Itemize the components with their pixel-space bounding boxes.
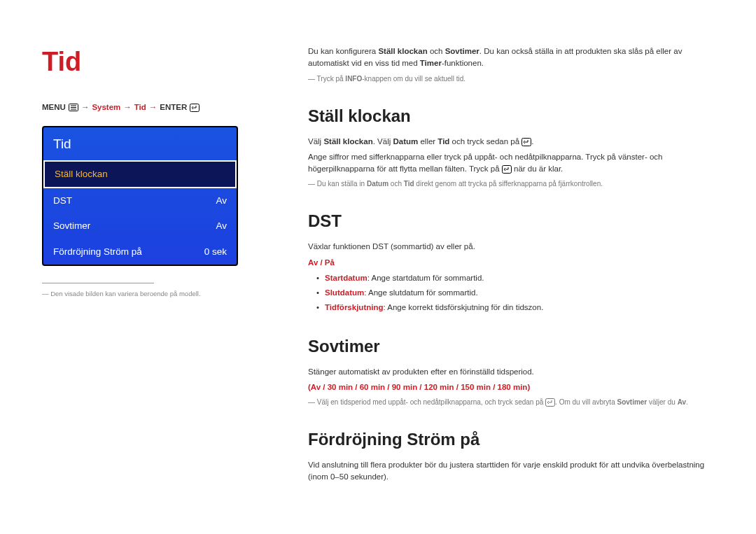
osd-row-sleeptimer[interactable]: Sovtimer Av [43,213,237,239]
text: och [388,180,404,188]
breadcrumb-tid: Tid [134,101,146,113]
text: Välj en tidsperiod med uppåt- och nedåtp… [317,398,545,406]
sec1-p2: Ange siffror med sifferknapparna eller t… [308,151,714,176]
text: Datum [393,137,418,146]
text: INFO [345,75,362,83]
enter-icon [545,398,555,407]
osd-panel: Tid Ställ klockan DST Av Sovtimer Av För… [42,126,238,266]
breadcrumb-menu: MENU [42,101,66,113]
text: . Om du vill avbryta [555,398,617,406]
text: Av [678,398,686,406]
breadcrumb-arrow-3: → [149,101,158,113]
osd-row-clock[interactable]: Ställ klockan [43,160,237,188]
text: eller [418,137,438,146]
list-item: Tidförskjutning: Ange korrekt tidsförskj… [316,302,714,314]
text: Ställ klockan [323,137,372,146]
intro-paragraph: Du kan konfigurera Ställ klockan och Sov… [308,45,714,70]
osd-row-label: Sovtimer [53,219,90,233]
dst-bullet-list: Startdatum: Ange startdatum för sommarti… [308,272,714,314]
bullet-text: : Ange slutdatum för sommartid. [364,288,477,297]
text: och [428,47,445,55]
osd-row-label: DST [53,194,72,208]
osd-row-value: Av [216,219,227,233]
enter-icon [190,104,200,112]
breadcrumb-arrow-2: → [123,101,132,113]
sec1-p1: Välj Ställ klockan. Välj Datum eller Tid… [308,136,714,148]
sec3-options: (Av / 30 min / 60 min / 90 min / 120 min… [308,381,714,393]
intro-note: Tryck på INFO-knappen om du vill se aktu… [308,73,714,84]
text: Sovtimer [617,398,647,406]
sec3-p1: Stänger automatiskt av produkten efter e… [308,366,714,378]
section-heading-clock: Ställ klockan [308,104,714,129]
text: (Av / 30 min / 60 min / 90 min / 120 min… [308,383,530,391]
text: -funktionen. [442,59,484,67]
breadcrumb-enter: ENTER [160,101,187,113]
section-heading-poweron-delay: Fördröjning Ström på [308,427,714,452]
text: Datum [367,180,388,188]
panel-footnote: Den visade bilden kan variera beroende p… [42,289,273,299]
sec1-note: Du kan ställa in Datum och Tid direkt ge… [308,178,714,189]
enter-icon [502,165,512,174]
text: . [531,137,533,146]
breadcrumb-system: System [92,101,120,113]
text: och tryck sedan på [449,137,522,146]
sec4-p1: Vid anslutning till flera produkter bör … [308,459,714,484]
osd-row-value: 0 sek [204,245,227,259]
page-title: Tid [42,42,273,82]
text: Välj [308,137,323,146]
bullet-label: Startdatum [325,274,368,282]
text: . Välj [373,137,393,146]
text: Timer [420,59,442,67]
text: Tid [404,180,414,188]
section-heading-dst: DST [308,209,714,234]
menu-icon [69,104,78,111]
enter-icon [522,138,531,146]
text: Ange siffror med sifferknapparna eller t… [308,153,663,173]
section-heading-sleeptimer: Sovtimer [308,334,714,359]
breadcrumb-arrow-1: → [81,101,90,113]
text: Sovtimer [445,47,479,55]
bullet-label: Tidförskjutning [325,303,383,311]
text: Ställ klockan [378,47,427,55]
sec2-options: Av / På [308,257,714,269]
bullet-text: : Ange korrekt tidsförskjutning för din … [383,303,543,311]
text: . [686,398,688,406]
footnote-divider [42,283,154,283]
osd-row-dst[interactable]: DST Av [43,188,237,213]
sec3-note: Välj en tidsperiod med uppåt- och nedåtp… [308,397,714,407]
osd-row-poweron-delay[interactable]: Fördröjning Ström på 0 sek [43,239,237,265]
text: Tryck på [317,75,346,83]
list-item: Slutdatum: Ange slutdatum för sommartid. [316,287,714,299]
text: -knappen om du vill se aktuell tid. [362,75,465,83]
list-item: Startdatum: Ange startdatum för sommarti… [316,272,714,284]
text: Du kan konfigurera [308,47,378,55]
bullet-text: : Ange startdatum för sommartid. [368,274,484,282]
osd-row-label: Fördröjning Ström på [53,245,142,259]
bullet-label: Slutdatum [325,288,364,297]
osd-panel-title: Tid [43,127,237,160]
text: när du är klar. [512,164,564,173]
osd-row-value: Av [216,194,227,208]
text: Du kan ställa in [317,180,367,188]
osd-row-label: Ställ klockan [55,167,108,181]
breadcrumb: MENU → System → Tid → ENTER [42,101,273,113]
text: direkt genom att trycka på sifferknappar… [414,180,603,188]
text: väljer du [647,398,677,406]
sec2-p1: Växlar funktionen DST (sommartid) av ell… [308,241,714,253]
text: Tid [438,137,449,146]
